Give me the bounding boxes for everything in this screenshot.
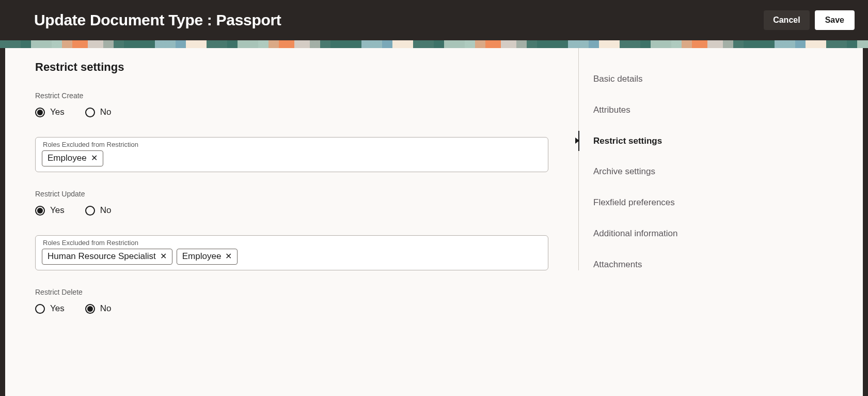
nav-item-archive-settings[interactable]: Archive settings bbox=[593, 159, 754, 184]
radio-yes-label: Yes bbox=[50, 107, 65, 117]
main-panel: Restrict settings Restrict Create Yes No… bbox=[5, 48, 578, 396]
page-header: Update Document Type : Passport Cancel S… bbox=[0, 0, 868, 40]
radio-icon bbox=[35, 206, 45, 216]
nav-item-basic-details[interactable]: Basic details bbox=[593, 67, 754, 92]
restrict-update-label: Restrict Update bbox=[35, 190, 548, 198]
close-icon[interactable]: ✕ bbox=[91, 154, 98, 162]
restrict-create-yes-option[interactable]: Yes bbox=[35, 107, 65, 117]
nav-item-attributes[interactable]: Attributes bbox=[593, 98, 754, 123]
radio-yes-label: Yes bbox=[50, 205, 65, 216]
restrict-delete-radio-group: Yes No bbox=[35, 303, 548, 314]
cancel-button[interactable]: Cancel bbox=[764, 10, 809, 30]
role-chip: Employee ✕ bbox=[42, 150, 103, 166]
chip-text: Human Resource Specialist bbox=[48, 251, 156, 262]
radio-yes-label: Yes bbox=[50, 303, 65, 314]
decorative-banner bbox=[0, 40, 868, 48]
chip-row: Employee ✕ bbox=[42, 150, 542, 166]
restrict-update-yes-option[interactable]: Yes bbox=[35, 205, 65, 216]
roles-excluded-label: Roles Excluded from Restriction bbox=[42, 239, 542, 247]
chip-text: Employee bbox=[48, 153, 87, 163]
role-chip: Human Resource Specialist ✕ bbox=[42, 249, 172, 265]
nav-item-restrict-settings[interactable]: Restrict settings bbox=[593, 129, 754, 154]
restrict-update-radio-group: Yes No bbox=[35, 205, 548, 216]
restrict-update-section: Restrict Update Yes No Roles Excluded fr… bbox=[35, 190, 548, 270]
close-icon[interactable]: ✕ bbox=[225, 252, 232, 261]
restrict-delete-label: Restrict Delete bbox=[35, 288, 548, 296]
radio-icon bbox=[85, 304, 95, 314]
nav-item-flexfield-preferences[interactable]: Flexfield preferences bbox=[593, 190, 754, 215]
roles-excluded-label: Roles Excluded from Restriction bbox=[42, 141, 542, 148]
content-wrapper: Restrict settings Restrict Create Yes No… bbox=[5, 48, 863, 396]
restrict-update-no-option[interactable]: No bbox=[85, 205, 112, 216]
page-title: Update Document Type : Passport bbox=[34, 11, 281, 29]
nav-item-additional-information[interactable]: Additional information bbox=[593, 221, 754, 246]
roles-excluded-update-input[interactable]: Roles Excluded from Restriction Human Re… bbox=[35, 235, 548, 270]
restrict-delete-yes-option[interactable]: Yes bbox=[35, 303, 65, 314]
radio-no-label: No bbox=[100, 107, 112, 117]
role-chip: Employee ✕ bbox=[177, 249, 238, 265]
radio-no-label: No bbox=[100, 205, 112, 216]
restrict-create-label: Restrict Create bbox=[35, 92, 548, 100]
section-title: Restrict settings bbox=[35, 60, 548, 74]
restrict-delete-section: Restrict Delete Yes No bbox=[35, 288, 548, 314]
save-button[interactable]: Save bbox=[815, 10, 855, 30]
chip-text: Employee bbox=[182, 251, 222, 262]
radio-icon bbox=[35, 108, 45, 117]
nav-item-attachments[interactable]: Attachments bbox=[593, 252, 754, 277]
restrict-create-radio-group: Yes No bbox=[35, 107, 548, 117]
restrict-delete-no-option[interactable]: No bbox=[85, 303, 112, 314]
radio-no-label: No bbox=[100, 303, 112, 314]
close-icon[interactable]: ✕ bbox=[160, 252, 167, 261]
radio-icon bbox=[35, 304, 45, 314]
header-actions: Cancel Save bbox=[764, 10, 855, 30]
roles-excluded-create-input[interactable]: Roles Excluded from Restriction Employee… bbox=[35, 137, 548, 172]
section-nav: Basic details Attributes Restrict settin… bbox=[578, 48, 754, 270]
restrict-create-section: Restrict Create Yes No Roles Excluded fr… bbox=[35, 92, 548, 172]
radio-icon bbox=[85, 206, 95, 216]
restrict-create-no-option[interactable]: No bbox=[85, 107, 112, 117]
chip-row: Human Resource Specialist ✕ Employee ✕ bbox=[42, 249, 542, 265]
radio-icon bbox=[85, 108, 95, 117]
